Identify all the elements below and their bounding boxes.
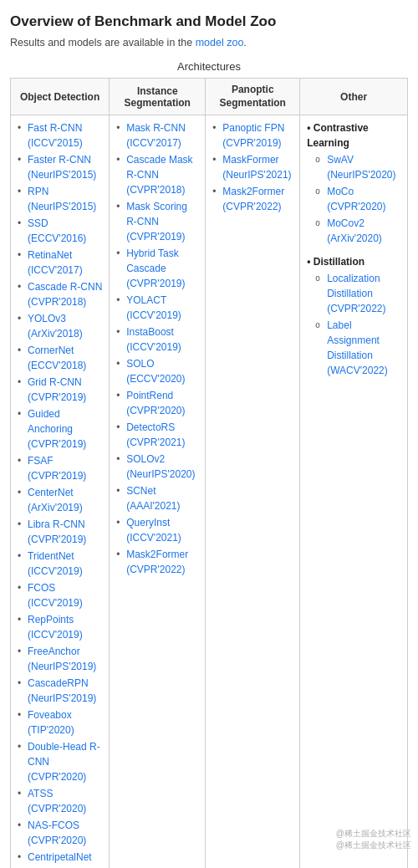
list-item: FreeAnchor (NeurIPS'2019)	[18, 644, 104, 674]
list-item: DetectoRS (CVPR'2021)	[116, 420, 200, 450]
list-item: MoCov2 (ArXiv'2020)	[315, 216, 402, 246]
list-item: YOLOv3 (ArXiv'2018)	[18, 311, 104, 341]
panoptic-segmentation-cell: Panoptic FPN (CVPR'2019)MaskFormer (Neur…	[206, 115, 300, 868]
list-item: Grid R-CNN (CVPR'2019)	[18, 375, 104, 405]
list-item: SSD (ECCV'2016)	[18, 216, 104, 246]
list-item: Mask2Former (CVPR'2022)	[116, 547, 200, 577]
list-item: QueryInst (ICCV'2021)	[116, 515, 200, 545]
object-detection-cell: Fast R-CNN (ICCV'2015)Faster R-CNN (Neur…	[11, 115, 110, 868]
page-title: Overview of Benchmark and Model Zoo	[10, 13, 408, 30]
list-item: Label Assignment Distillation (WACV'2022…	[315, 318, 402, 378]
list-item: Cascade Mask R-CNN (CVPR'2018)	[116, 152, 200, 197]
list-item: InstaBoost (ICCV'2019)	[116, 324, 200, 355]
list-item: Localization Distillation (CVPR'2022)	[315, 271, 402, 316]
list-item: ATSS (CVPR'2020)	[18, 786, 104, 816]
list-item: Cascade R-CNN (CVPR'2018)	[18, 279, 104, 309]
instance-segmentation-cell: Mask R-CNN (ICCV'2017)Cascade Mask R-CNN…	[110, 115, 206, 868]
list-item: SOLO (ECCV'2020)	[116, 356, 200, 386]
instance-segmentation-list: Mask R-CNN (ICCV'2017)Cascade Mask R-CNN…	[116, 120, 200, 577]
list-item: NAS-FCOS (CVPR'2020)	[18, 818, 104, 848]
col-object-detection: Object Detection	[11, 79, 110, 115]
list-item: SCNet (AAAI'2021)	[116, 483, 200, 513]
model-zoo-link[interactable]: model zoo	[196, 37, 244, 49]
list-item: RPN (NeurIPS'2015)	[18, 184, 104, 214]
list-item: CentripetalNet (CVPR'2020)	[18, 850, 104, 868]
list-item: PointRend (CVPR'2020)	[116, 388, 200, 418]
list-item: Foveabox (TIP'2020)	[18, 707, 104, 738]
list-item: SwAV (NeurIPS'2020)	[315, 152, 402, 182]
list-item: Panoptic FPN (CVPR'2019)	[212, 120, 294, 151]
distillation-list: Localization Distillation (CVPR'2022)Lab…	[307, 271, 402, 378]
list-item: Mask2Former (CVPR'2022)	[212, 184, 294, 214]
list-item: MoCo (CVPR'2020)	[315, 184, 402, 214]
list-item: Hybrid Task Cascade (CVPR'2019)	[116, 246, 200, 291]
list-item: RetinaNet (ICCV'2017)	[18, 248, 104, 278]
list-item: Guided Anchoring (CVPR'2019)	[18, 406, 104, 452]
col-instance-segmentation: Instance Segmentation	[110, 79, 206, 115]
list-item: RepPoints (ICCV'2019)	[18, 612, 104, 642]
distillation-header: • Distillation	[307, 254, 402, 269]
list-item: CornerNet (ECCV'2018)	[18, 343, 104, 373]
object-detection-list: Fast R-CNN (ICCV'2015)Faster R-CNN (Neur…	[18, 120, 104, 868]
list-item: Double-Head R-CNN (CVPR'2020)	[18, 739, 104, 784]
list-item: TridentNet (ICCV'2019)	[18, 549, 104, 579]
panoptic-segmentation-list: Panoptic FPN (CVPR'2019)MaskFormer (Neur…	[212, 120, 294, 214]
list-item: CascadeRPN (NeurIPS'2019)	[18, 676, 104, 706]
list-item: MaskFormer (NeurIPS'2021)	[212, 152, 294, 182]
list-item: Libra R-CNN (CVPR'2019)	[18, 517, 104, 547]
list-item: CenterNet (ArXiv'2019)	[18, 485, 104, 515]
architectures-label: Architectures	[10, 60, 408, 73]
contrastive-learning-header: • Contrastive Learning	[307, 120, 402, 151]
other-cell: • Contrastive LearningSwAV (NeurIPS'2020…	[300, 115, 408, 868]
architectures-table: Object Detection Instance Segmentation P…	[10, 78, 408, 868]
list-item: Fast R-CNN (ICCV'2015)	[18, 120, 104, 151]
panoptic-label-line2: Segmentation	[210, 97, 295, 110]
other-content: • Contrastive LearningSwAV (NeurIPS'2020…	[307, 120, 402, 378]
panoptic-label-line1: Panoptic	[210, 84, 295, 97]
list-item: Mask R-CNN (ICCV'2017)	[116, 120, 200, 151]
watermark: @稀土掘金技术社区@稀土掘金技术社区	[336, 828, 411, 851]
content-row: Fast R-CNN (ICCV'2015)Faster R-CNN (Neur…	[11, 115, 408, 868]
list-item: FSAF (CVPR'2019)	[18, 453, 104, 483]
intro-text: Results and models are available in the …	[10, 37, 408, 49]
list-item: YOLACT (ICCV'2019)	[116, 293, 200, 323]
contrastive-learning-list: SwAV (NeurIPS'2020)MoCo (CVPR'2020)MoCov…	[307, 152, 402, 246]
list-item: SOLOv2 (NeurIPS'2020)	[116, 452, 200, 482]
col-panoptic-segmentation: Panoptic Segmentation	[206, 79, 300, 115]
list-item: Mask Scoring R-CNN (CVPR'2019)	[116, 199, 200, 244]
col-other: Other	[300, 79, 408, 115]
list-item: Faster R-CNN (NeurIPS'2015)	[18, 152, 104, 182]
list-item: FCOS (ICCV'2019)	[18, 580, 104, 610]
